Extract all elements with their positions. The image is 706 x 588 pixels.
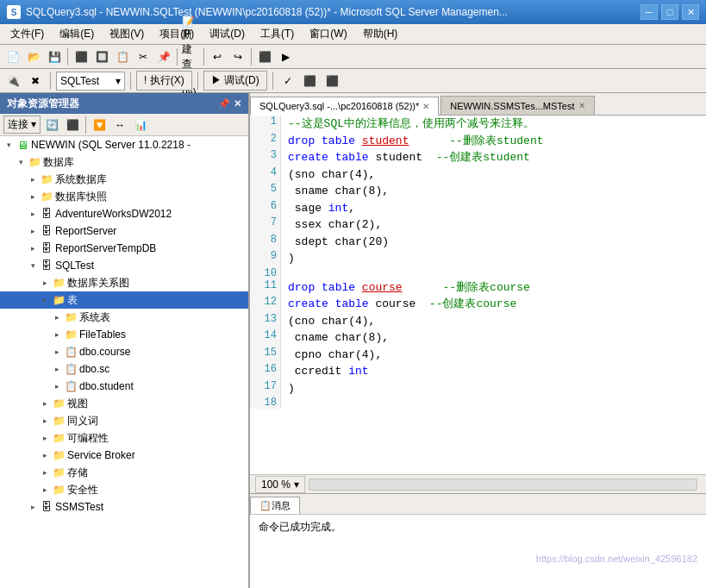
tree-item-synonyms[interactable]: ▸📁同义词	[0, 412, 248, 429]
line-content[interactable]: create table student --创建表student	[281, 149, 706, 166]
menu-tools[interactable]: 工具(T)	[253, 25, 301, 43]
minimize-button[interactable]: ─	[640, 4, 658, 20]
h-scrollbar[interactable]	[305, 476, 701, 493]
tree-item-dbo-student[interactable]: ▸📋dbo.student	[0, 378, 248, 395]
debug-button[interactable]: ▶ 调试(D)	[203, 71, 267, 91]
expander-icon[interactable]: ▾	[14, 155, 28, 169]
menu-help[interactable]: 帮助(H)	[356, 25, 405, 43]
line-content[interactable]: drop table course --删除表course	[281, 279, 706, 297]
oe-refresh-btn[interactable]: 🔄	[42, 116, 61, 134]
menu-view[interactable]: 视图(V)	[103, 25, 151, 43]
line-content[interactable]: cname char(8),	[281, 329, 706, 347]
tab-sqlquery[interactable]: SQLQuery3.sql -...\pc20160818 (52))* ✕	[250, 97, 439, 116]
line-content[interactable]: cpno char(4),	[281, 347, 706, 364]
maximize-button[interactable]: □	[661, 4, 678, 20]
tree-item-security[interactable]: ▸📁安全性	[0, 481, 248, 498]
line-content[interactable]: create table course --创建表course	[281, 296, 706, 313]
title-controls[interactable]: ─ □ ✕	[640, 4, 699, 20]
toolbar-btn-5[interactable]: ✂	[134, 47, 153, 66]
more-btn[interactable]: ⬛	[301, 72, 320, 91]
code-editor[interactable]: 1--这是SQL中的注释信息，使用两个减号来注释。2drop table stu…	[250, 116, 706, 474]
expander-icon[interactable]: ▸	[38, 276, 52, 290]
menu-debug[interactable]: 调试(D)	[203, 25, 252, 43]
tree-item-dbdiagram[interactable]: ▸📁数据库关系图	[0, 274, 248, 291]
tree-item-service-broker[interactable]: ▸📁Service Broker	[0, 447, 248, 464]
oe-sync-btn[interactable]: ↔	[110, 116, 129, 134]
new-query-btn[interactable]: 📄	[3, 47, 22, 66]
tab-sqlquery-close-icon[interactable]: ✕	[422, 102, 429, 111]
tree-item-sqltest[interactable]: ▾🗄SQLTest	[0, 257, 248, 274]
line-content[interactable]: sdept char(20)	[281, 234, 706, 251]
line-content[interactable]: ccredit int	[281, 363, 706, 380]
line-content[interactable]: (sno char(4),	[281, 166, 706, 184]
tree-item-filetables[interactable]: ▸📁FileTables	[0, 326, 248, 343]
oe-filter-btn[interactable]: 🔽	[90, 116, 109, 134]
expander-icon[interactable]: ▸	[38, 431, 52, 445]
tree-item-storage[interactable]: ▸📁存储	[0, 464, 248, 481]
more-btn2[interactable]: ⬛	[323, 72, 342, 91]
tree-item-tables[interactable]: ▸📁表	[0, 291, 248, 309]
open-btn[interactable]: 📂	[24, 47, 43, 66]
oe-stop-btn[interactable]: ⬛	[63, 116, 82, 134]
tree-item-adventureworks[interactable]: ▸🗄AdventureWorksDW2012	[0, 205, 248, 222]
zoom-control[interactable]: 100 % ▾	[255, 476, 305, 493]
toolbar-btn-2[interactable]: ⬛	[72, 47, 91, 66]
disconnect-btn[interactable]: ✖	[26, 72, 45, 91]
line-content[interactable]: ssex char(2),	[281, 216, 706, 234]
toolbar-btn-6[interactable]: 📌	[154, 47, 173, 66]
tab-ssms[interactable]: NEWWIN.SSMSTes...MSTest ✕	[440, 96, 594, 115]
connect-label[interactable]: 连接 ▾	[3, 116, 41, 134]
menu-edit[interactable]: 编辑(E)	[53, 25, 101, 43]
line-content[interactable]: drop table student --删除表student	[281, 133, 706, 150]
line-content[interactable]: --这是SQL中的注释信息，使用两个减号来注释。	[281, 116, 706, 133]
expander-icon[interactable]: ▸	[38, 293, 52, 307]
expander-icon[interactable]: ▸	[26, 207, 40, 221]
line-content[interactable]: )	[281, 380, 706, 397]
expander-icon[interactable]: ▸	[50, 379, 64, 393]
redo-btn[interactable]: ↪	[228, 47, 247, 66]
tree-item-databases[interactable]: ▾📁数据库	[0, 153, 248, 171]
toolbar-btn-3[interactable]: 🔲	[92, 47, 111, 66]
menu-file[interactable]: 文件(F)	[3, 25, 51, 43]
tree-item-programmability[interactable]: ▸📁可编程性	[0, 429, 248, 447]
line-content[interactable]: )	[281, 250, 706, 267]
line-content[interactable]	[281, 397, 706, 409]
tree-item-ssmstest[interactable]: ▸🗄SSMSTest	[0, 498, 248, 516]
tree-item-sys-tables[interactable]: ▸📁系统表	[0, 309, 248, 326]
expander-icon[interactable]: ▾	[2, 138, 16, 152]
expander-icon[interactable]: ▸	[38, 414, 52, 428]
expander-icon[interactable]: ▸	[26, 224, 40, 238]
expander-icon[interactable]: ▸	[50, 328, 64, 341]
line-content[interactable]: sname char(8),	[281, 183, 706, 200]
run-btn[interactable]: ▶	[276, 47, 295, 66]
tree-item-reportserver-temp[interactable]: ▸🗄ReportServerTempDB	[0, 240, 248, 257]
save-btn[interactable]: 💾	[45, 47, 64, 66]
expander-icon[interactable]: ▸	[26, 500, 40, 514]
expander-icon[interactable]: ▸	[26, 190, 40, 203]
undo-btn[interactable]: ↩	[208, 47, 227, 66]
expander-icon[interactable]: ▸	[38, 448, 52, 462]
expander-icon[interactable]: ▾	[26, 259, 40, 272]
tab-ssms-close-icon[interactable]: ✕	[578, 101, 585, 110]
expander-icon[interactable]: ▸	[38, 397, 52, 410]
zoom-dropdown-icon[interactable]: ▾	[294, 479, 299, 491]
expander-icon[interactable]: ▸	[26, 172, 40, 186]
line-content[interactable]	[281, 267, 706, 279]
tree-item-system-db[interactable]: ▸📁系统数据库	[0, 171, 248, 188]
line-content[interactable]: (cno char(4),	[281, 313, 706, 330]
tree-item-reportserver[interactable]: ▸🗄ReportServer	[0, 222, 248, 240]
parse-btn[interactable]: ✓	[278, 72, 297, 91]
expander-icon[interactable]: ▸	[50, 362, 64, 376]
connect-btn[interactable]: 🔌	[3, 72, 22, 91]
line-content[interactable]: sage int,	[281, 200, 706, 217]
database-dropdown[interactable]: SQLTest ▾	[56, 72, 125, 91]
tree-item-newwin[interactable]: ▾🖥NEWWIN (SQL Server 11.0.2218 -	[0, 136, 248, 153]
menu-window[interactable]: 窗口(W)	[303, 25, 353, 43]
tree-item-db-snapshot[interactable]: ▸📁数据库快照	[0, 188, 248, 205]
oe-report-btn[interactable]: 📊	[131, 116, 150, 134]
results-tab-messages[interactable]: 📋 消息	[250, 497, 300, 514]
expander-icon[interactable]: ▸	[38, 483, 52, 497]
tree-item-dbo-sc[interactable]: ▸📋dbo.sc	[0, 360, 248, 378]
expander-icon[interactable]: ▸	[38, 466, 52, 479]
close-button[interactable]: ✕	[682, 4, 699, 20]
